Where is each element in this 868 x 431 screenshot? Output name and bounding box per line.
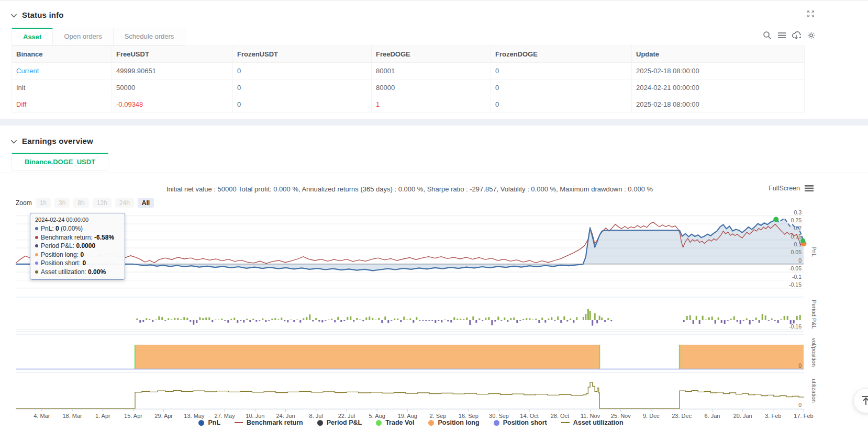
tab-schedule-orders[interactable]: Schedule orders: [114, 28, 186, 46]
period-bar: [387, 320, 389, 323]
legend-label: Trade Vol: [385, 419, 414, 426]
utilization-axis-label: 0: [798, 402, 802, 408]
period-bar: [158, 316, 160, 320]
period-bar: [425, 320, 427, 321]
cloud-download-icon[interactable]: [792, 30, 801, 40]
period-bar: [174, 318, 175, 320]
period-bar: [746, 319, 748, 321]
period-bar: [566, 320, 568, 322]
period-bar: [570, 319, 571, 320]
x-axis-label: 19. Aug: [398, 413, 417, 419]
period-bar: [504, 317, 505, 320]
legend-item-asset-utilization[interactable]: Asset utilization: [561, 419, 624, 426]
legend-item-pnl[interactable]: PnL: [198, 419, 220, 426]
x-axis-label: 25. Nov: [611, 413, 631, 419]
period-bar: [596, 320, 598, 323]
x-axis-label: 22. Jul: [338, 413, 355, 419]
period-bar: [180, 320, 182, 321]
x-axis-label: 29. Apr: [154, 413, 173, 419]
pnl-area: [16, 218, 804, 270]
period-bar: [718, 317, 719, 320]
period-bar: [136, 319, 138, 320]
period-bar: [431, 320, 433, 321]
legend-dot-icon: [198, 420, 204, 426]
period-bar: [274, 318, 276, 320]
x-axis-label: 17. Feb: [794, 413, 813, 419]
period-bar: [696, 316, 697, 320]
settings-gear-icon[interactable]: [806, 30, 816, 40]
status-info-title: Status info: [22, 10, 64, 19]
period-bar: [350, 316, 351, 320]
period-bar: [482, 320, 483, 321]
x-axis-label: 14. Oct: [520, 413, 538, 419]
column-header: FreeDOGE: [372, 46, 491, 63]
period-bar: [463, 319, 464, 320]
x-axis-label: 10. Jun: [246, 413, 264, 419]
period-bar: [781, 319, 782, 320]
period-bar: [372, 318, 373, 320]
period-bar: [711, 316, 713, 320]
status-info-card: Status info AssetOpen ordersSchedule ord…: [0, 0, 868, 119]
period-bar: [522, 319, 524, 320]
period-bar: [777, 320, 779, 323]
period-bar: [356, 318, 358, 320]
legend-item-position-long[interactable]: Position long: [428, 419, 479, 426]
period-bar: [737, 320, 738, 322]
legend-dot-icon: [376, 420, 382, 426]
row-link-current[interactable]: Current: [12, 63, 112, 80]
context-menu-icon[interactable]: [805, 185, 814, 192]
x-axis-label: 13. May: [184, 413, 205, 419]
x-axis-label: 15. Apr: [124, 413, 142, 419]
collapse-chevron-icon[interactable]: [10, 139, 17, 144]
period-bar: [277, 320, 279, 321]
tooltip-item: Benchmark return: -6.58%: [35, 233, 120, 242]
period-bar: [183, 317, 185, 320]
table-row: Init5000008000002024-02-21 00:00:00: [12, 80, 805, 96]
period-bar: [699, 320, 700, 324]
legend-item-trade-vol[interactable]: Trade Vol: [376, 419, 414, 426]
legend-item-period-p&l[interactable]: Period P&L: [317, 419, 362, 426]
table-cell: 0: [233, 80, 372, 96]
fullscreen-button[interactable]: FullScreen: [769, 185, 814, 192]
collapse-chevron-icon[interactable]: [10, 13, 17, 18]
period-bar: [535, 319, 537, 320]
tooltip-item: Position long: 0: [35, 251, 120, 259]
density-icon[interactable]: [777, 30, 786, 40]
series-dot-icon: [35, 244, 38, 247]
earnings-chart[interactable]: 0.30.250.20.150.10.050-0.05-0.1-0.15-0.1…: [0, 197, 868, 431]
period-bar: [400, 320, 402, 322]
search-icon[interactable]: [762, 30, 772, 40]
period-bar: [752, 320, 754, 321]
zoom-button-all[interactable]: All: [138, 198, 154, 208]
period-bar: [391, 320, 392, 321]
column-header: FrozenDOGE: [491, 46, 632, 63]
legend-item-benchmark-return[interactable]: Benchmark return: [235, 419, 303, 426]
period-bar: [359, 320, 361, 320]
x-axis-label: 11. Nov: [581, 413, 600, 419]
period-bar: [513, 317, 515, 320]
tab-divider: [0, 173, 868, 173]
tab-asset[interactable]: Asset: [12, 28, 53, 46]
legend-label: Asset utilization: [573, 419, 624, 426]
tab-open-orders[interactable]: Open orders: [53, 28, 113, 46]
period-bar: [196, 320, 197, 323]
period-bar: [759, 320, 760, 323]
x-axis-label: 8. Jul: [309, 413, 323, 419]
tab-binance-doge-usdt[interactable]: Binance.DOGE_USDT: [12, 153, 108, 171]
legend-dot-icon: [428, 420, 434, 426]
tooltip-item: Period P&L: 0.0000: [35, 242, 120, 251]
period-bar: [592, 320, 593, 326]
table-cell: 0: [491, 63, 632, 80]
expand-icon[interactable]: [807, 10, 815, 20]
period-bar: [168, 318, 169, 320]
legend-item-position-short[interactable]: Position short: [494, 419, 547, 426]
period-bar: [708, 317, 710, 321]
series-dot-icon: [35, 270, 38, 274]
period-bar: [683, 320, 685, 322]
x-axis-label: 2. Sep: [430, 413, 447, 419]
period-bar: [362, 320, 364, 321]
period-bar: [375, 320, 376, 320]
period-bar: [607, 318, 609, 320]
period-bar: [164, 320, 166, 321]
x-axis-label: 1. Apr: [95, 413, 110, 419]
